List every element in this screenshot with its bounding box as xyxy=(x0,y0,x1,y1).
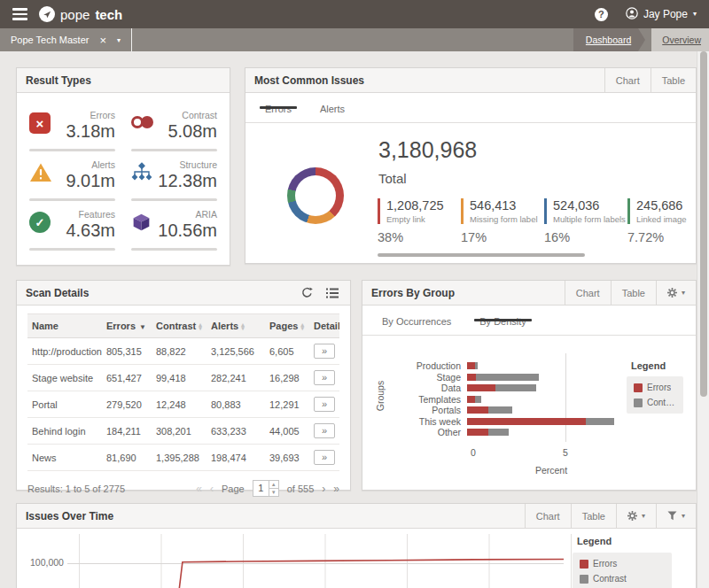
last-page-button[interactable]: » xyxy=(333,483,339,495)
issue-stat: 245,686Linked image 7.72% xyxy=(627,198,697,244)
org-tab-label: Pope Tech Master xyxy=(11,35,89,45)
details-button[interactable]: » xyxy=(314,397,335,412)
column-header-name[interactable]: Name xyxy=(27,314,102,338)
table-row: News81,6901,395,288198,47439,693 » xyxy=(27,445,339,471)
structure-icon xyxy=(131,159,158,186)
organization-bar: Pope Tech Master × ▾ Dashboard Overview xyxy=(0,28,709,51)
chevron-down-icon[interactable]: ▾ xyxy=(117,36,121,44)
issues-total-value: 3,180,968 xyxy=(378,137,477,163)
result-types-grid: × Errors 3.18m Contrast 5.08m xyxy=(17,93,230,251)
org-tab[interactable]: Pope Tech Master × ▾ xyxy=(0,28,131,51)
panel-title: Issues Over Time xyxy=(26,510,113,522)
column-header-errors[interactable]: Errors▼ xyxy=(102,314,152,338)
aria-cube-icon xyxy=(131,209,158,236)
settings-gear-button[interactable]: ▾ xyxy=(616,504,656,528)
table-view-button[interactable]: Table xyxy=(571,504,616,528)
chart-view-button[interactable]: Chart xyxy=(565,281,611,305)
result-type-label: ARIA xyxy=(158,209,217,220)
line-chart-svg xyxy=(61,529,575,588)
result-type-value: 4.63m xyxy=(56,220,115,241)
bar-category-label: This week xyxy=(362,416,467,427)
table-view-button[interactable]: Table xyxy=(651,68,696,92)
bar-segment-errors xyxy=(467,406,488,414)
scrollbar[interactable] xyxy=(697,51,709,588)
popetech-logo[interactable]: popetech xyxy=(39,6,122,22)
column-header-alerts[interactable]: Alerts▴▾ xyxy=(206,314,265,338)
issue-stat: 1,208,725Empty link 38% xyxy=(378,198,461,244)
stacked-bar xyxy=(467,384,536,391)
errors-by-group-panel: Errors By Group Chart Table ▾ By Occurre… xyxy=(362,280,697,491)
hamburger-menu-icon[interactable] xyxy=(12,8,27,20)
issues-total-label: Total xyxy=(378,171,407,186)
bar-segment-errors xyxy=(467,384,495,391)
sort-icon: ▴▾ xyxy=(199,323,202,331)
bar-segment-contrast xyxy=(475,396,480,403)
details-button[interactable]: » xyxy=(314,344,335,359)
breadcrumb: Dashboard Overview xyxy=(573,28,709,51)
chart-view-button[interactable]: Chart xyxy=(525,504,571,528)
gear-icon xyxy=(627,511,637,521)
legend-title: Legend xyxy=(631,360,683,371)
issues-donut xyxy=(287,167,344,224)
next-page-button[interactable]: › xyxy=(322,483,325,495)
page-stepper[interactable]: ▲▼ xyxy=(269,481,278,496)
user-menu[interactable]: Jay Pope ▾ xyxy=(626,7,697,22)
column-header-contrast[interactable]: Contrast▴▾ xyxy=(152,314,206,338)
settings-gear-button[interactable]: ▾ xyxy=(656,281,696,305)
result-type-label: Contrast xyxy=(158,110,217,120)
details-button[interactable]: » xyxy=(314,450,335,465)
brand-tech: tech xyxy=(95,7,122,22)
result-type-errors: × Errors 3.18m xyxy=(29,102,115,151)
breadcrumb-dashboard[interactable]: Dashboard xyxy=(573,28,638,51)
errors-icon: × xyxy=(29,112,51,134)
tab-separator xyxy=(131,28,132,51)
legend-title: Legend xyxy=(577,536,672,546)
column-header-pages[interactable]: Pages▴▾ xyxy=(265,314,309,338)
breadcrumb-overview[interactable]: Overview xyxy=(651,28,709,51)
chevron-down-icon: ▾ xyxy=(682,513,685,520)
scan-details-panel: Scan Details Name Errors▼ Contrast▴▾ Ale… xyxy=(16,280,351,491)
result-type-value: 3.18m xyxy=(56,121,115,142)
table-header-row: Name Errors▼ Contrast▴▾ Alerts▴▾ Pages▴▾… xyxy=(27,314,339,338)
chevron-down-icon: ▾ xyxy=(642,513,645,520)
issue-type-tabs: Errors Alerts xyxy=(245,93,696,123)
prev-page-button[interactable]: ‹ xyxy=(210,483,214,495)
result-types-panel: Result Types × Errors 3.18m Contrast 5.0… xyxy=(16,67,230,266)
tab-by-density[interactable]: By Density xyxy=(465,316,541,335)
chart-legend: Legend Errors Contrast Pages xyxy=(573,536,672,588)
bar-row: This week xyxy=(362,416,696,428)
tab-errors[interactable]: Errors xyxy=(251,104,306,122)
most-common-issues-panel: Most Common Issues Chart Table Errors Al… xyxy=(245,67,697,264)
stacked-bar xyxy=(467,374,539,381)
pagination: « ‹ Page 1 ▲▼ of 555 › » xyxy=(196,480,339,497)
details-button[interactable]: » xyxy=(314,423,335,438)
stacked-bar xyxy=(467,429,509,436)
first-page-button[interactable]: « xyxy=(196,483,202,495)
panel-title: Most Common Issues xyxy=(254,74,364,87)
filter-button[interactable]: ▾ xyxy=(656,504,696,528)
user-name: Jay Pope xyxy=(643,8,688,20)
chart-view-button[interactable]: Chart xyxy=(604,68,651,92)
tab-alerts[interactable]: Alerts xyxy=(306,104,359,122)
close-icon[interactable]: × xyxy=(99,35,106,46)
page-number-input[interactable]: 1 ▲▼ xyxy=(253,480,279,497)
filter-funnel-icon xyxy=(667,511,677,521)
y-tick-label: 100,000 xyxy=(30,557,64,568)
gear-icon xyxy=(667,288,677,298)
tab-by-occurrences[interactable]: By Occurrences xyxy=(368,316,465,335)
bar-segment-errors xyxy=(467,429,488,436)
result-type-label: Alerts xyxy=(56,159,115,170)
group-metric-tabs: By Occurrences By Density xyxy=(362,306,696,336)
refresh-icon[interactable] xyxy=(301,287,313,298)
scrollbar-thumb[interactable] xyxy=(700,51,707,397)
legend-swatch xyxy=(580,575,588,584)
table-row: http://production.e805,31588,8223,125,56… xyxy=(27,338,339,365)
breadcrumb-arrow-icon xyxy=(638,28,645,51)
result-type-aria: ARIA 10.56m xyxy=(131,201,217,251)
issues-over-time-body: 100,000 Legend Errors Contrast Pages xyxy=(17,529,696,588)
help-icon[interactable]: ? xyxy=(595,8,608,21)
sort-desc-icon: ▼ xyxy=(139,323,146,331)
table-view-button[interactable]: Table xyxy=(611,281,656,305)
list-view-icon[interactable] xyxy=(326,288,339,298)
details-button[interactable]: » xyxy=(314,370,335,385)
